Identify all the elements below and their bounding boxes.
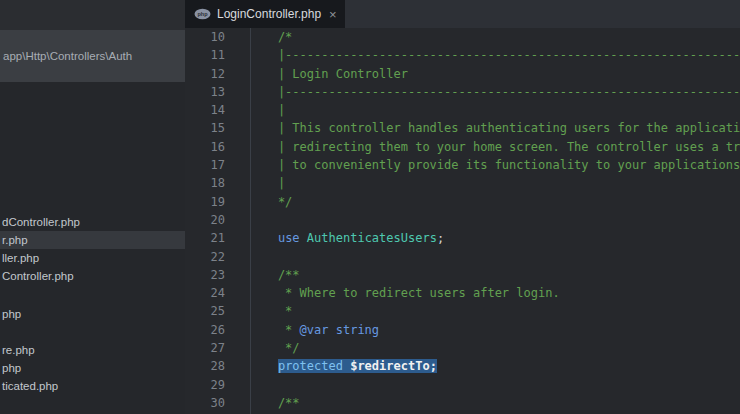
code-token: /** <box>249 396 300 410</box>
code-token: AuthenticatesUsers <box>307 231 437 245</box>
code-token: | <box>249 176 285 190</box>
code-token: | <box>249 103 285 117</box>
tree-item[interactable]: ticated.php <box>0 377 185 395</box>
php-file-icon: php <box>194 8 211 20</box>
code-editor[interactable]: 1011121314151617181920212223242526272829… <box>185 28 740 414</box>
code-token: use <box>278 231 300 245</box>
file-tree: dController.phpr.phpller.phpController.p… <box>0 0 185 414</box>
code-line: | Login Controller <box>249 65 740 83</box>
code-token: | to conveniently provide its functional… <box>249 158 740 172</box>
code-line: use AuthenticatesUsers; <box>249 229 740 247</box>
tree-item[interactable]: php <box>0 359 185 377</box>
line-number: 17 <box>185 156 225 174</box>
code-line: /** <box>249 394 740 412</box>
code-token: /** <box>249 268 300 282</box>
line-number: 25 <box>185 302 225 320</box>
tree-item[interactable]: r.php <box>0 231 185 249</box>
editor-tab-bar: php LoginController.php × <box>185 0 740 28</box>
code-token: string <box>336 323 379 337</box>
line-number: 10 <box>185 28 225 46</box>
code-line: */ <box>249 339 740 357</box>
selected-code-token: $redirectTo; <box>350 359 437 373</box>
code-token: @var <box>300 323 329 337</box>
tab-title: LoginController.php <box>217 7 321 21</box>
code-line <box>249 376 740 394</box>
code-pane: /* |------------------------------------… <box>249 28 740 414</box>
code-line: protected $redirectTo; <box>249 357 740 375</box>
line-number: 11 <box>185 46 225 64</box>
code-line: | <box>249 101 740 119</box>
code-token <box>249 359 278 373</box>
code-token: |---------------------------------------… <box>249 85 740 99</box>
code-token: |---------------------------------------… <box>249 48 740 62</box>
code-line: */ <box>249 193 740 211</box>
code-token <box>328 323 335 337</box>
code-token <box>249 231 278 245</box>
code-line: | This controller handles authenticating… <box>249 119 740 137</box>
line-number: 28 <box>185 357 225 375</box>
code-token: | This controller handles authenticating… <box>249 121 740 135</box>
code-line: | <box>249 174 740 192</box>
line-number: 30 <box>185 394 225 412</box>
code-line: * <box>249 302 740 320</box>
code-line: | to conveniently provide its functional… <box>249 156 740 174</box>
tab-close-icon[interactable]: × <box>329 7 337 22</box>
tree-item[interactable]: php <box>0 305 185 323</box>
code-token: | redirecting them to your home screen. … <box>249 140 740 154</box>
code-line: * @var string <box>249 321 740 339</box>
code-line: * Where to redirect users after login. <box>249 284 740 302</box>
code-line: /* <box>249 28 740 46</box>
line-number: 12 <box>185 65 225 83</box>
line-number: 26 <box>185 321 225 339</box>
line-number: 16 <box>185 138 225 156</box>
code-token: */ <box>249 195 292 209</box>
line-number: 13 <box>185 83 225 101</box>
line-number: 14 <box>185 101 225 119</box>
code-line: /** <box>249 266 740 284</box>
tab-logincontroller[interactable]: php LoginController.php × <box>185 0 345 28</box>
tree-item[interactable]: dController.php <box>0 213 185 231</box>
line-number: 20 <box>185 211 225 229</box>
line-number: 23 <box>185 266 225 284</box>
code-line: |---------------------------------------… <box>249 83 740 101</box>
code-token: * <box>249 323 300 337</box>
line-number-gutter: 1011121314151617181920212223242526272829… <box>185 28 225 414</box>
code-token <box>300 231 307 245</box>
file-tree-sidebar: app\Http\Controllers\Auth dController.ph… <box>0 0 185 414</box>
svg-text:php: php <box>197 11 208 17</box>
code-token: /* <box>249 30 292 44</box>
code-token: */ <box>249 341 300 355</box>
code-line <box>249 211 740 229</box>
line-number: 19 <box>185 193 225 211</box>
line-number: 29 <box>185 376 225 394</box>
tree-item[interactable]: ller.php <box>0 249 185 267</box>
code-line <box>249 248 740 266</box>
line-number: 24 <box>185 284 225 302</box>
line-number: 18 <box>185 174 225 192</box>
code-line: | redirecting them to your home screen. … <box>249 138 740 156</box>
line-number: 21 <box>185 229 225 247</box>
code-token: * <box>249 304 292 318</box>
code-line: |---------------------------------------… <box>249 46 740 64</box>
line-number: 15 <box>185 119 225 137</box>
tree-item[interactable]: Controller.php <box>0 267 185 285</box>
code-token: * Where to redirect users after login. <box>249 286 560 300</box>
line-number: 27 <box>185 339 225 357</box>
code-token: | Login Controller <box>249 67 408 81</box>
tree-item[interactable]: re.php <box>0 341 185 359</box>
selected-code-token: protected <box>278 359 343 373</box>
code-token: ; <box>437 231 444 245</box>
line-number: 22 <box>185 248 225 266</box>
